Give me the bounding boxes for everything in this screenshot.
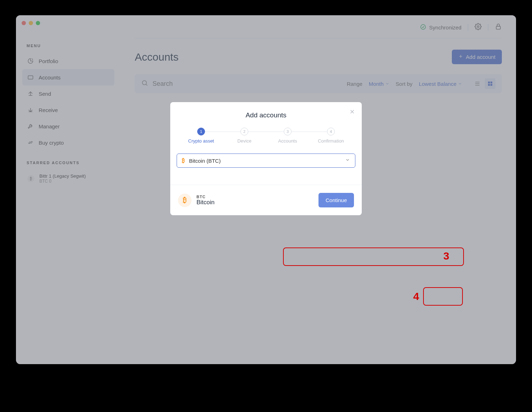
annotation-label-3: 3 <box>443 250 449 262</box>
step-accounts: 3 Accounts <box>272 128 304 144</box>
step-crypto-asset: 1 Crypto asset <box>185 128 217 144</box>
modal-body: ₿ Bitcoin (BTC) <box>170 154 362 174</box>
crypto-asset-select[interactable]: ₿ Bitcoin (BTC) <box>177 154 355 168</box>
add-accounts-modal: Add accounts 1 Crypto asset 2 Device 3 A… <box>170 102 362 215</box>
step-indicator: 1 Crypto asset 2 Device 3 Accounts 4 Con… <box>170 128 362 154</box>
step-label: Confirmation <box>318 138 344 144</box>
step-line <box>200 132 332 132</box>
continue-button[interactable]: Continue <box>318 193 354 207</box>
asset-name: Bitcoin <box>196 199 215 206</box>
step-number: 2 <box>240 128 248 135</box>
step-number: 4 <box>327 128 335 135</box>
annotation-box-3 <box>283 247 464 266</box>
chevron-down-icon <box>345 157 350 164</box>
step-confirmation: 4 Confirmation <box>315 128 347 144</box>
app-window: MENU Portfolio Accounts Send Receive <box>16 15 516 364</box>
bitcoin-icon: ₿ <box>182 157 185 164</box>
step-number: 3 <box>284 128 292 135</box>
close-icon[interactable] <box>349 108 355 116</box>
step-label: Device <box>237 138 251 144</box>
selected-asset-summary: ₿ BTC Bitcoin <box>178 194 215 207</box>
modal-overlay: Add accounts 1 Crypto asset 2 Device 3 A… <box>16 15 516 364</box>
bitcoin-icon: ₿ <box>178 194 192 207</box>
annotation-box-4 <box>423 287 463 306</box>
step-device: 2 Device <box>228 128 260 144</box>
asset-ticker: BTC <box>196 195 215 199</box>
annotation-label-4: 4 <box>413 290 419 302</box>
modal-footer: ₿ BTC Bitcoin Continue <box>170 185 362 215</box>
step-label: Crypto asset <box>188 138 214 144</box>
step-label: Accounts <box>278 138 297 144</box>
step-number: 1 <box>197 128 205 135</box>
modal-title: Add accounts <box>170 102 362 128</box>
asset-select-label: Bitcoin (BTC) <box>189 158 341 164</box>
